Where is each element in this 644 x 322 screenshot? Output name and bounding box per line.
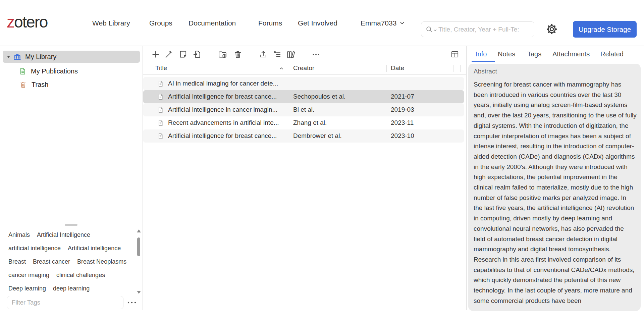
collection-label: My Library [25,53,56,61]
tab-related[interactable]: Related [600,46,624,62]
item-details-panel: Info Notes Tags Attachments Related Abst… [467,46,644,310]
tag[interactable]: artificial intelligence [8,245,61,252]
scroll-up-arrow-icon[interactable] [137,229,141,232]
items-pane: Title Creator Date AI in medical imaging… [143,46,467,310]
column-divider[interactable] [460,65,461,72]
item-creator: Sechopoulos et al. [293,93,345,100]
document-icon [157,93,164,100]
item-date: 2023-11 [391,119,414,126]
sort-ascending-caret-icon [279,66,284,71]
document-icon [157,132,164,140]
tag[interactable]: Breast cancer [33,258,70,265]
table-row[interactable]: AI in medical imaging for cancer dete... [143,77,464,90]
tag[interactable]: Breast [8,258,26,265]
search-icon [425,25,433,33]
item-creator: Zhang et al. [293,119,327,126]
delete-trash-icon[interactable] [233,50,243,59]
table-row[interactable]: Artificial intelligence for breast cance… [143,90,464,103]
table-row[interactable]: Artificial intelligence in cancer imagin… [143,103,464,116]
column-divider[interactable] [453,65,453,72]
sidebar-item-trash[interactable]: Trash [3,78,140,91]
search-box [421,21,534,37]
tag[interactable]: cancer imaging [8,272,49,279]
document-icon [157,119,164,126]
column-selector-icon[interactable] [450,50,460,59]
nav-groups[interactable]: Groups [149,0,172,46]
nav-forums[interactable]: Forums [258,0,282,46]
tag[interactable]: Artificial intelligence [68,245,121,252]
tab-tags[interactable]: Tags [527,46,541,62]
item-date: 2023-10 [391,132,414,140]
logo-rest: otero [14,13,47,31]
table-row[interactable]: Recent advancements in artificial inte..… [143,116,464,129]
username: Emma7033 [361,19,396,27]
publications-document-icon [19,67,26,75]
nav-get-involved[interactable]: Get Involved [298,0,337,46]
chevron-down-icon [399,20,405,26]
tab-attachments[interactable]: Attachments [552,46,590,62]
tab-notes[interactable]: Notes [498,46,515,62]
abstract-label: Abstract [474,68,635,75]
search-input[interactable] [438,26,530,33]
cite-books-icon[interactable] [286,50,296,59]
tag[interactable]: Breast Neoplasms [77,258,126,265]
item-creator: Dembrower et al. [293,132,342,140]
item-title: Artificial intelligence for breast cance… [168,93,277,100]
trash-icon [19,81,27,88]
items-toolbar [143,46,466,62]
add-by-identifier-wand-icon[interactable] [164,50,174,59]
tag[interactable]: Artificial Intelligence [37,231,90,238]
tag-options-ellipsis-icon[interactable] [127,297,140,308]
sidebar-item-my-publications[interactable]: My Publications [3,65,140,77]
active-tab-underline [472,61,495,62]
column-divider[interactable] [289,65,289,72]
pane-resize-handle[interactable] [65,224,77,226]
sidebar-item-my-library[interactable]: My Library [3,51,140,63]
zotero-logo[interactable]: zotero [7,13,47,31]
item-creator: Bi et al. [293,106,314,113]
tag[interactable]: Animals [8,231,30,238]
library-building-icon [13,53,21,61]
settings-gear-icon[interactable] [545,22,559,36]
abstract-field: Abstract Screening for breast cancer wit… [468,64,641,311]
document-icon [157,106,164,113]
table-row[interactable]: Artificial intelligence for breast cance… [143,129,464,143]
scroll-down-arrow-icon[interactable] [137,291,141,294]
nav-web-library[interactable]: Web Library [92,0,130,46]
nav-documentation[interactable]: Documentation [189,0,236,46]
more-options-ellipsis-icon[interactable] [311,50,321,59]
import-document-icon[interactable] [193,50,202,59]
top-header: zotero Web Library Groups Documentation … [0,0,644,46]
item-title: Artificial intelligence for breast cance… [168,132,277,140]
tag[interactable]: clinical challenges [56,272,105,279]
tag[interactable]: deep learning [53,285,90,292]
item-date: 2019-03 [391,106,414,113]
tag[interactable]: Deep learning [8,285,46,292]
items-table-header: Title Creator Date [143,62,466,75]
document-icon [157,80,164,87]
collections-sidebar: My Library My Publications Trash Animals… [0,46,143,310]
filter-tags-input[interactable] [7,296,123,309]
export-upload-icon[interactable] [259,50,268,59]
tags-section-divider [0,221,143,221]
user-menu[interactable]: Emma7033 [361,0,405,46]
column-divider[interactable] [386,65,387,72]
upgrade-storage-button[interactable]: Upgrade Storage [573,21,637,38]
column-header-title[interactable]: Title [155,64,167,72]
item-title: Recent advancements in artificial inte..… [168,119,279,126]
new-note-icon[interactable] [178,50,188,59]
new-collection-folder-icon[interactable] [218,50,227,59]
tags-scrollbar[interactable] [136,229,141,294]
abstract-text[interactable]: Screening for breast cancer with mammogr… [474,79,637,306]
item-date: 2021-07 [391,93,414,100]
collection-label: My Publications [31,67,78,75]
column-header-creator[interactable]: Creator [293,64,314,72]
create-bibliography-icon[interactable] [272,50,282,59]
item-title: Artificial intelligence in cancer imagin… [168,106,277,113]
collapse-triangle-icon[interactable] [7,55,10,59]
scrollbar-thumb[interactable] [137,237,140,256]
column-header-date[interactable]: Date [391,64,404,72]
tab-info[interactable]: Info [476,46,487,62]
search-mode-chevron-icon[interactable] [433,29,437,32]
new-item-plus-icon[interactable] [151,50,160,59]
